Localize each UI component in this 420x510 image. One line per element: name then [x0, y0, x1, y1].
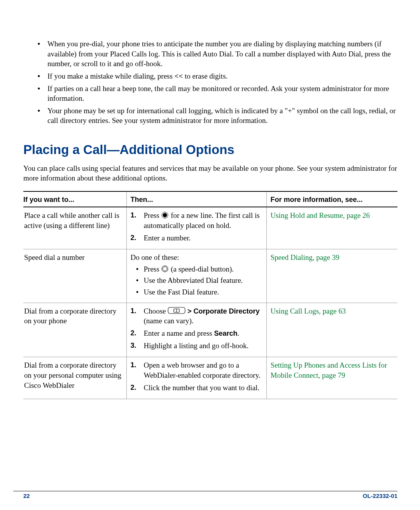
cell-then: 1. Choose > Corporate Directory (name ca…: [126, 303, 266, 357]
intro-bullet: Your phone may be set up for internation…: [47, 106, 397, 126]
lead-text: Do one of these:: [131, 252, 262, 263]
step-number: 1.: [131, 360, 136, 370]
step-number: 2.: [131, 383, 136, 392]
step: 1. Open a web browser and go to a WebDia…: [131, 360, 262, 380]
list-item: Use the Abbreviated Dial feature.: [131, 275, 262, 286]
xref-link[interactable]: Using Call Logs, page 63: [271, 307, 346, 315]
step: 1. Press for a new line. The first call …: [131, 210, 262, 230]
footer-rule: [13, 491, 397, 491]
step-number: 2.: [131, 328, 136, 338]
text: Open a web browser and go to a WebDialer…: [144, 361, 261, 379]
list-item: Press (a speed-dial button).: [131, 264, 262, 274]
erase-symbol: <<: [175, 72, 183, 80]
table-row: Speed dial a number Do one of these: Pre…: [23, 249, 397, 303]
bold-text: Search: [214, 329, 237, 337]
table-row: Dial from a corporate directory on your …: [23, 303, 397, 357]
xref-link[interactable]: Using Hold and Resume, page 26: [271, 211, 370, 219]
intro-bullet: If you make a mistake while dialing, pre…: [47, 71, 397, 81]
options-table: If you want to... Then... For more infor…: [23, 191, 397, 399]
col-header-then: Then...: [126, 191, 266, 207]
step: 2. Enter a name and press Search.: [131, 328, 262, 338]
page-footer: 22 OL-22332-01: [0, 492, 420, 500]
text: Press: [144, 211, 161, 219]
intro-bullet: When you pre-dial, your phone tries to a…: [47, 39, 397, 69]
intro-bullet: If parties on a call hear a beep tone, t…: [47, 84, 397, 103]
doc-id: OL-22332-01: [363, 492, 397, 500]
directories-button-icon: [168, 306, 186, 315]
xref-link[interactable]: Speed Dialing, page 39: [271, 253, 340, 261]
step: 2. Enter a number.: [131, 233, 262, 243]
step-number: 2.: [131, 233, 136, 242]
cell-then: 1. Open a web browser and go to a WebDia…: [126, 357, 266, 399]
bold-text: Corporate Directory: [194, 307, 260, 315]
cell-then: 1. Press for a new line. The first call …: [126, 207, 266, 249]
page-number: 22: [23, 492, 30, 500]
section-intro: You can place calls using special featur…: [23, 163, 397, 183]
text: Choose: [144, 307, 168, 315]
cell-more: Setting Up Phones and Access Lists for M…: [266, 357, 397, 399]
section-heading: Placing a Call—Additional Options: [23, 141, 397, 159]
step: 1. Choose > Corporate Directory (name ca…: [131, 306, 262, 326]
text: Highlight a listing and go off-hook.: [144, 342, 249, 350]
intro-bullet-list: When you pre-dial, your phone tries to a…: [23, 39, 397, 126]
text: .: [238, 329, 240, 337]
text: Enter a number.: [144, 234, 191, 242]
step: 2. Click the number that you want to dia…: [131, 383, 262, 393]
text: (name can vary).: [144, 317, 194, 325]
xref-link[interactable]: Setting Up Phones and Access Lists for M…: [271, 361, 387, 379]
text: Press: [144, 265, 161, 273]
cell-want: Dial from a corporate directory on your …: [23, 303, 126, 357]
col-header-want: If you want to...: [23, 191, 126, 207]
cell-then: Do one of these: Press (a speed-dial but…: [126, 249, 266, 303]
table-row: Place a call while another call is activ…: [23, 207, 397, 249]
svg-point-3: [163, 266, 167, 271]
text: Click the number that you want to dial.: [144, 384, 260, 392]
cell-more: Using Call Logs, page 63: [266, 303, 397, 357]
text: >: [187, 307, 194, 315]
col-header-more: For more information, see...: [266, 191, 397, 207]
svg-point-1: [163, 213, 167, 217]
cell-want: Speed dial a number: [23, 249, 126, 303]
text: If you make a mistake while dialing, pre…: [47, 72, 175, 80]
text: Enter a name and press: [144, 329, 214, 337]
cell-want: Place a call while another call is activ…: [23, 207, 126, 249]
step-number: 3.: [131, 341, 136, 350]
text: (a speed-dial button).: [169, 265, 234, 273]
step-number: 1.: [131, 210, 136, 220]
list-item: Use the Fast Dial feature.: [131, 287, 262, 297]
cell-more: Speed Dialing, page 39: [266, 249, 397, 303]
text: to erase digits.: [183, 72, 228, 80]
table-header-row: If you want to... Then... For more infor…: [23, 191, 397, 207]
line-button-solid-icon: [161, 211, 169, 219]
step-number: 1.: [131, 306, 136, 315]
step: 3. Highlight a listing and go off-hook.: [131, 341, 262, 351]
line-button-outline-icon: [161, 265, 169, 273]
cell-more: Using Hold and Resume, page 26: [266, 207, 397, 249]
cell-want: Dial from a corporate directory on your …: [23, 357, 126, 399]
table-row: Dial from a corporate directory on your …: [23, 357, 397, 399]
